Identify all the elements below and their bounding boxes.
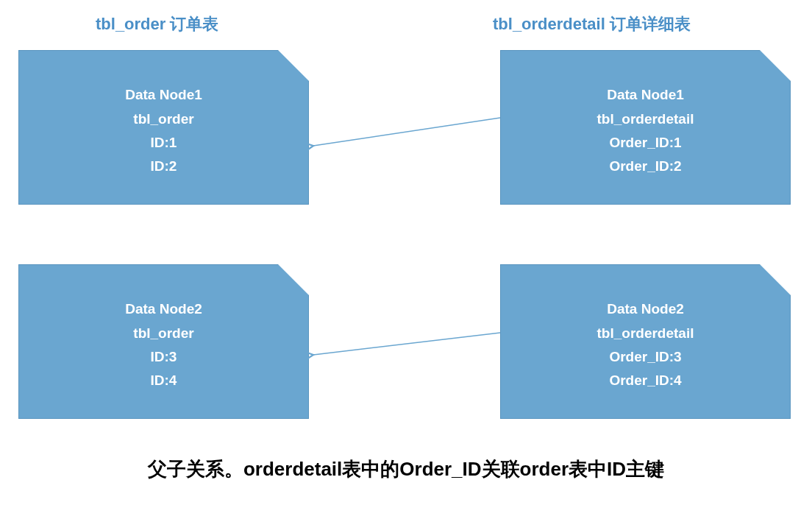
node-row: ID:4 [151,369,177,392]
footer-description: 父子关系。orderdetail表中的Order_ID关联order表中ID主键 [0,456,812,482]
relation-arrow-bottom [307,324,502,368]
svg-line-0 [313,118,500,146]
node-row: ID:3 [151,345,177,369]
node-table: tbl_order [133,322,193,345]
node-row: Order_ID:1 [609,131,681,155]
data-node-orderdetail-2: Data Node2 tbl_orderdetail Order_ID:3 Or… [500,264,791,419]
node-title: Data Node2 [125,297,202,321]
svg-line-1 [313,333,500,355]
data-node-orderdetail-1: Data Node1 tbl_orderdetail Order_ID:1 Or… [500,50,791,205]
node-row: Order_ID:2 [609,155,681,178]
node-row: ID:2 [151,155,177,178]
data-node-order-1: Data Node1 tbl_order ID:1 ID:2 [18,50,309,205]
node-row: Order_ID:4 [609,369,681,392]
node-title: Data Node1 [607,83,684,107]
node-title: Data Node1 [125,83,202,107]
heading-orderdetail-table: tbl_orderdetail 订单详细表 [493,13,691,35]
node-title: Data Node2 [607,297,684,321]
node-table: tbl_order [133,107,193,131]
node-table: tbl_orderdetail [597,322,694,345]
relation-arrow-top [307,110,502,155]
heading-order-table: tbl_order 订单表 [96,13,218,35]
node-row: Order_ID:3 [609,345,681,369]
node-table: tbl_orderdetail [597,107,694,131]
node-row: ID:1 [151,131,177,155]
data-node-order-2: Data Node2 tbl_order ID:3 ID:4 [18,264,309,419]
